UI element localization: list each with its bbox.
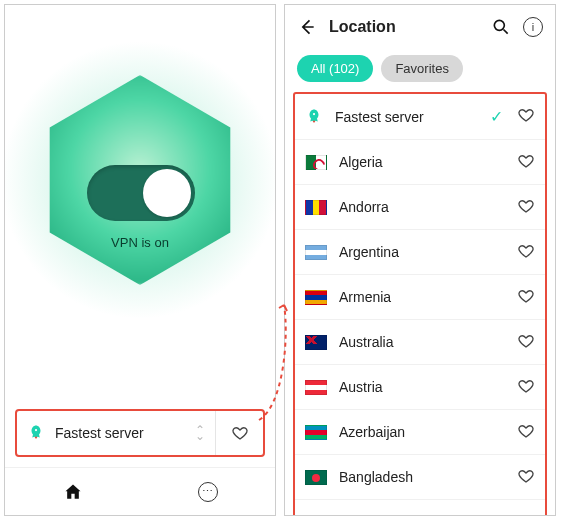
heart-icon bbox=[517, 512, 535, 517]
hero: VPN is on bbox=[5, 5, 275, 375]
favorite-button[interactable] bbox=[517, 197, 535, 218]
bottom-nav: ⋯ bbox=[5, 467, 275, 515]
flag-icon bbox=[305, 515, 327, 517]
flag-icon bbox=[305, 425, 327, 440]
search-icon bbox=[491, 17, 511, 37]
rocket-icon bbox=[27, 424, 45, 442]
location-label: Armenia bbox=[339, 289, 505, 305]
toggle-knob bbox=[143, 169, 191, 217]
location-label: Fastest server bbox=[335, 109, 478, 125]
heart-icon bbox=[517, 332, 535, 350]
location-label: Argentina bbox=[339, 244, 505, 260]
heart-icon bbox=[517, 287, 535, 305]
location-row[interactable]: Australia bbox=[295, 319, 545, 364]
main-screen: VPN is on Fastest server ⌃⌄ ⋯ bbox=[4, 4, 276, 516]
favorite-button[interactable] bbox=[517, 422, 535, 443]
server-selector[interactable]: Fastest server ⌃⌄ bbox=[15, 409, 265, 457]
back-button[interactable] bbox=[297, 17, 317, 37]
home-icon bbox=[63, 482, 83, 502]
search-button[interactable] bbox=[491, 17, 511, 37]
heart-icon bbox=[517, 197, 535, 215]
filter-tabs: All (102) Favorites bbox=[285, 49, 555, 92]
more-icon: ⋯ bbox=[198, 482, 218, 502]
location-row[interactable]: Austria bbox=[295, 364, 545, 409]
svg-point-1 bbox=[494, 20, 504, 30]
heart-icon bbox=[517, 242, 535, 260]
heart-icon bbox=[517, 152, 535, 170]
svg-point-2 bbox=[313, 112, 315, 114]
location-label: Andorra bbox=[339, 199, 505, 215]
location-list: Fastest server✓AlgeriaAndorraArgentinaAr… bbox=[293, 92, 547, 516]
vpn-toggle[interactable] bbox=[87, 165, 195, 221]
location-row[interactable]: Andorra bbox=[295, 184, 545, 229]
vpn-status-label: VPN is on bbox=[5, 235, 275, 250]
more-button[interactable]: ⋯ bbox=[198, 482, 218, 502]
topbar: Location i bbox=[285, 5, 555, 49]
rocket-icon bbox=[305, 108, 323, 126]
flag-icon bbox=[305, 290, 327, 305]
flag-icon bbox=[305, 200, 327, 215]
location-row[interactable]: Fastest server✓ bbox=[295, 94, 545, 139]
location-label: Austria bbox=[339, 379, 505, 395]
favorite-button[interactable] bbox=[517, 377, 535, 398]
favorite-button[interactable] bbox=[517, 467, 535, 488]
location-label: Australia bbox=[339, 334, 505, 350]
heart-icon bbox=[517, 106, 535, 124]
favorite-button[interactable] bbox=[215, 411, 263, 455]
selected-server-label: Fastest server bbox=[55, 425, 144, 441]
up-down-chevron-icon: ⌃⌄ bbox=[195, 427, 215, 439]
favorite-button[interactable] bbox=[517, 106, 535, 127]
heart-icon bbox=[517, 422, 535, 440]
home-button[interactable] bbox=[63, 482, 83, 502]
info-icon: i bbox=[523, 17, 543, 37]
location-row[interactable]: Algeria bbox=[295, 139, 545, 184]
location-label: Belarus bbox=[339, 514, 505, 516]
favorite-button[interactable] bbox=[517, 332, 535, 353]
filter-all[interactable]: All (102) bbox=[297, 55, 373, 82]
heart-icon bbox=[231, 424, 249, 442]
favorite-button[interactable] bbox=[517, 242, 535, 263]
flag-icon bbox=[305, 335, 327, 350]
location-label: Azerbaijan bbox=[339, 424, 505, 440]
location-row[interactable]: Azerbaijan bbox=[295, 409, 545, 454]
favorite-button[interactable] bbox=[517, 287, 535, 308]
heart-icon bbox=[517, 377, 535, 395]
location-screen: Location i All (102) Favorites Fastest s… bbox=[284, 4, 556, 516]
server-selector-main[interactable]: Fastest server bbox=[17, 424, 195, 442]
flag-icon bbox=[305, 380, 327, 395]
svg-point-0 bbox=[35, 429, 37, 431]
flag-icon bbox=[305, 155, 327, 170]
flag-icon bbox=[305, 245, 327, 260]
info-button[interactable]: i bbox=[523, 17, 543, 37]
page-title: Location bbox=[329, 18, 479, 36]
location-row[interactable]: Belarus bbox=[295, 499, 545, 516]
filter-favorites[interactable]: Favorites bbox=[381, 55, 462, 82]
location-label: Algeria bbox=[339, 154, 505, 170]
favorite-button[interactable] bbox=[517, 512, 535, 517]
favorite-button[interactable] bbox=[517, 152, 535, 173]
location-row[interactable]: Armenia bbox=[295, 274, 545, 319]
location-row[interactable]: Bangladesh bbox=[295, 454, 545, 499]
check-icon: ✓ bbox=[490, 107, 503, 126]
arrow-left-icon bbox=[297, 17, 317, 37]
location-row[interactable]: Argentina bbox=[295, 229, 545, 274]
heart-icon bbox=[517, 467, 535, 485]
location-label: Bangladesh bbox=[339, 469, 505, 485]
flag-icon bbox=[305, 470, 327, 485]
